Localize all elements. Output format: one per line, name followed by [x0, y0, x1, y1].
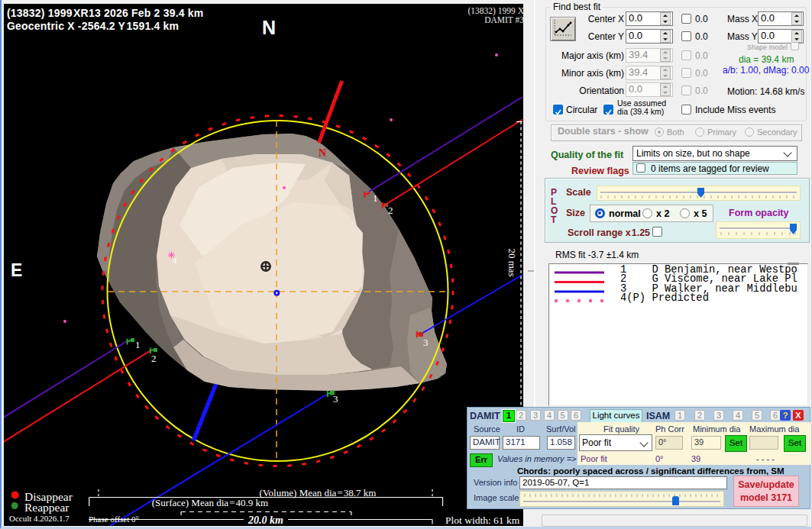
- svg-text:Reappear: Reappear: [24, 501, 70, 514]
- svg-text:3: 3: [333, 393, 338, 405]
- svg-text:DAMIT #3: DAMIT #3: [484, 15, 523, 24]
- svg-text:Geocentric X -2564.2 Y 1591: Geocentric X -2564.2 Y 1591.4 km: [7, 20, 179, 32]
- svg-text:Occult 4.2026.1.7: Occult 4.2026.1.7: [9, 514, 70, 523]
- svg-text:E: E: [11, 260, 22, 280]
- svg-text:Phase offset 0°: Phase offset 0°: [89, 514, 139, 524]
- svg-text:2: 2: [151, 353, 157, 364]
- svg-text:Plot width: 61 km: Plot width: 61 km: [445, 514, 520, 526]
- svg-text:20 mas: 20 mas: [506, 248, 518, 276]
- svg-text:1: 1: [373, 192, 378, 204]
- svg-text:2: 2: [388, 205, 393, 216]
- svg-text:(Surface) Mean dia = 40.9 km: (Surface) Mean dia = 40.9 km: [152, 497, 268, 508]
- svg-text:N: N: [262, 17, 276, 38]
- svg-text:1: 1: [135, 339, 141, 350]
- svg-text:(13832) 1999 XR13 2026 Feb 2: (13832) 1999 XR13 2026 Feb 2 39.4 km: [7, 7, 203, 19]
- svg-text:20.0 km: 20.0 km: [247, 514, 283, 526]
- svg-text:3: 3: [423, 337, 429, 348]
- svg-text:(Volume) Mean dia = 38.7 km: (Volume) Mean dia = 38.7 km: [260, 487, 377, 498]
- svg-text:N: N: [319, 147, 326, 159]
- svg-text:4: 4: [173, 256, 177, 265]
